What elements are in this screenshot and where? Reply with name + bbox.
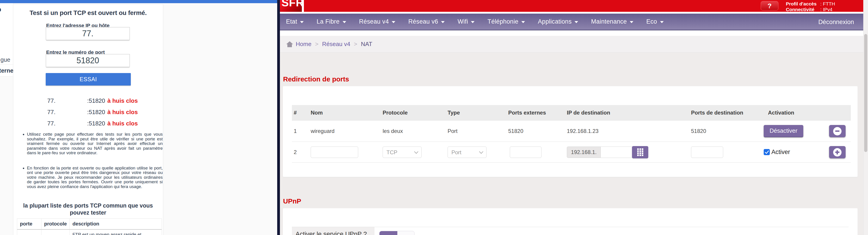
note-item: En fonction de la porte est ouverte ou q…: [27, 166, 163, 189]
ip-picker-button[interactable]: [632, 146, 648, 158]
chevron-down-icon: [479, 150, 483, 154]
chevron-down-icon: [471, 21, 474, 23]
nav-item-label: Wifi: [458, 18, 468, 25]
enable-checkbox-label: Activer: [771, 149, 790, 156]
nav-item-label: Applications: [538, 18, 571, 25]
cell-num: 1: [292, 128, 309, 134]
result-port-status: :51820à huis clos: [87, 120, 138, 127]
col-header-num: #: [292, 109, 309, 116]
common-ports-table: porte protocole description FTP est un m…: [17, 218, 162, 235]
cell-protocole: [41, 230, 70, 235]
upnp-toggle[interactable]: ON: [379, 231, 414, 235]
nav-item-eco[interactable]: Eco: [646, 18, 663, 25]
test-button[interactable]: ESSAI: [46, 73, 131, 85]
note-item: Utilisez cette page pour effectuer des t…: [27, 132, 163, 155]
ip-input[interactable]: [46, 27, 130, 40]
upnp-setting-label: Activer le service UPnP ?: [296, 231, 367, 235]
breadcrumb-reseau-v4[interactable]: Réseau v4: [322, 41, 350, 48]
protocol-select[interactable]: TCP: [383, 147, 422, 158]
enable-checkbox[interactable]: [764, 149, 770, 155]
chevron-down-icon: [343, 21, 346, 23]
nav-item-wifi[interactable]: Wifi: [458, 18, 474, 25]
dest-ip-input[interactable]: [601, 147, 632, 158]
connection-profile: Profil d'accès : FTTH Connectivité : IPv…: [786, 1, 835, 12]
nav-item-applications[interactable]: Applications: [538, 18, 578, 25]
breadcrumb-home[interactable]: Home: [296, 41, 311, 48]
connectivity-colon: :: [820, 6, 822, 12]
logout-link[interactable]: Déconnexion: [818, 14, 854, 30]
cell-ports-externes: [506, 147, 565, 158]
col-header-porte: porte: [17, 219, 41, 230]
upnp-setting-label-cell: Activer le service UPnP ?: [292, 227, 374, 235]
cell-type: Port: [446, 147, 506, 158]
port-checker-window: p gue ternet Test si un port TCP est ouv…: [0, 0, 277, 235]
result-row: 77. :51820à huis clos: [13, 120, 163, 129]
nav-item-etat[interactable]: Etat: [286, 18, 304, 25]
nav-item-la-fibre[interactable]: La Fibre: [316, 18, 346, 25]
remove-rule-button[interactable]: [829, 125, 846, 137]
help-button[interactable]: ?: [761, 1, 778, 10]
nav-item-label: Etat: [286, 18, 297, 25]
nav-item-reseau-v6[interactable]: Réseau v6: [408, 18, 445, 25]
common-ports-heading: la plupart liste des ports TCP commun qu…: [20, 202, 156, 216]
chevron-down-icon: [630, 21, 633, 23]
cell-ports-destination: 51820: [689, 128, 763, 134]
cell-activation: Activer: [763, 149, 824, 156]
sfr-header-bar: [304, 0, 868, 12]
new-rule-name-input[interactable]: [311, 147, 358, 158]
nav-item-telephonie[interactable]: Téléphonie: [487, 18, 525, 25]
col-header-ip-destination: IP de destination: [565, 109, 689, 116]
screen: p gue ternet Test si un port TCP est ouv…: [0, 0, 868, 235]
sfr-logo-text: SFR: [281, 0, 302, 9]
main-content: Redirection de ports # Nom Protocole Typ…: [280, 53, 868, 235]
new-rule-row: 2 TCP Port: [292, 142, 851, 163]
new-rule-ext-ports-input[interactable]: [510, 147, 541, 158]
connectivity-line: Connectivité : IPv4: [786, 6, 835, 12]
result-host: 77.: [47, 109, 56, 116]
new-rule-dest-ports-input[interactable]: [691, 147, 723, 158]
cell-nom: wireguard: [309, 128, 381, 134]
col-header-activation: Activation: [763, 109, 824, 116]
port-forwarding-table: # Nom Protocole Type Ports externes IP d…: [292, 105, 851, 163]
type-select-value: Port: [452, 149, 461, 156]
result-row: 77. :51820à huis clos: [13, 109, 163, 118]
nav-item-label: Téléphonie: [487, 18, 518, 25]
nav-item-reseau-v4[interactable]: Réseau v4: [359, 18, 396, 25]
chevron-down-icon: [575, 21, 578, 23]
table-header-row: # Nom Protocole Type Ports externes IP d…: [292, 105, 851, 121]
chevron-down-icon: [521, 21, 525, 23]
breadcrumb-nat: NAT: [361, 41, 372, 48]
status-badge: à huis clos: [107, 109, 138, 115]
chevron-down-icon: [392, 21, 395, 23]
cell-ports-externes: 51820: [506, 128, 565, 134]
result-port: :51820: [87, 109, 105, 115]
add-icon: [833, 148, 841, 157]
nav-item-maintenance[interactable]: Maintenance: [591, 18, 633, 25]
table-header-row: porte protocole description: [17, 219, 162, 230]
profile-value: FTTH: [823, 1, 835, 6]
scrollbar-track[interactable]: [863, 0, 868, 235]
cell-porte: [17, 230, 41, 235]
port-checker-sidebar: p gue ternet: [0, 3, 13, 76]
toggle-on-segment: ON: [379, 231, 397, 235]
scrollbar-thumb[interactable]: [864, 34, 867, 152]
protocol-select-value: TCP: [386, 149, 397, 156]
col-header-ports-externes: Ports externes: [506, 109, 565, 116]
type-select[interactable]: Port: [447, 147, 487, 158]
upnp-card: Activer le service UPnP ? ON: [283, 208, 858, 235]
nav-item-label: Réseau v6: [408, 18, 438, 25]
result-host: 77.: [47, 120, 56, 127]
disable-rule-button[interactable]: Désactiver: [764, 125, 803, 137]
cell-ip-destination: 192.168.1.23: [565, 128, 689, 134]
col-header-type: Type: [446, 109, 506, 116]
sidebar-item-langue-fragment[interactable]: gue: [0, 56, 10, 63]
port-input[interactable]: [46, 54, 130, 67]
section-title-upnp: UPnP: [283, 197, 301, 205]
notes-list: Utilisez cette page pour effectuer des t…: [22, 132, 163, 189]
chevron-down-icon: [441, 21, 445, 23]
cell-actions: [824, 125, 851, 137]
add-rule-button[interactable]: [829, 146, 846, 158]
cell-ip-destination: 192.168.1.: [565, 146, 689, 158]
cell-num: 2: [292, 149, 309, 155]
sidebar-item-internet-fragment[interactable]: ternet: [0, 67, 13, 74]
